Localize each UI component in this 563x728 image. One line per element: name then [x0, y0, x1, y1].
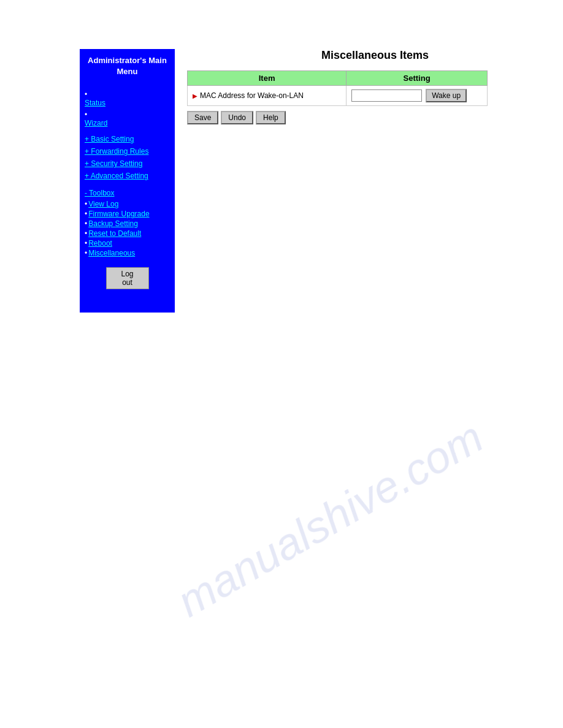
bullet-wizard: • — [85, 110, 87, 119]
sidebar-item-backup-setting[interactable]: Backup Setting — [88, 219, 138, 228]
sidebar-item-wizard[interactable]: Wizard — [85, 119, 170, 127]
bullet-misc: • — [85, 249, 87, 257]
sidebar-title: Administrator's Main Menu — [85, 55, 170, 77]
sidebar-item-security-setting[interactable]: + Security Setting — [85, 159, 170, 168]
help-button[interactable]: Help — [256, 111, 286, 124]
col-item-header: Item — [188, 71, 347, 86]
save-button[interactable]: Save — [187, 111, 218, 124]
sidebar-item-reset-default[interactable]: Reset to Default — [88, 229, 141, 238]
page-title: Miscellaneous Items — [187, 49, 563, 62]
wake-up-button[interactable]: Wake up — [426, 89, 467, 102]
toolbox-label: - Toolbox — [85, 189, 170, 197]
table-row: ▶ MAC Address for Wake-on-LAN Wake up — [188, 86, 488, 106]
sidebar-item-basic-setting[interactable]: + Basic Setting — [85, 135, 170, 143]
row-arrow-icon: ▶ — [193, 93, 197, 99]
sidebar-item-reboot[interactable]: Reboot — [88, 239, 112, 248]
miscellaneous-table: Item Setting ▶ MAC Address for Wake-on-L… — [187, 70, 488, 106]
col-setting-header: Setting — [347, 71, 488, 86]
sidebar-item-advanced-setting[interactable]: + Advanced Setting — [85, 172, 170, 180]
undo-button[interactable]: Undo — [221, 111, 253, 124]
sidebar: Administrator's Main Menu • Status • Wiz… — [80, 49, 175, 313]
sidebar-item-status[interactable]: Status — [85, 99, 170, 107]
main-content: Miscellaneous Items Item Setting ▶ MAC A… — [187, 49, 563, 313]
mac-address-label: MAC Address for Wake-on-LAN — [200, 91, 304, 100]
bullet-status: • — [85, 90, 87, 99]
mac-address-input[interactable] — [351, 89, 422, 102]
watermark: manualshive.com — [169, 411, 491, 626]
bullet-reboot: • — [85, 239, 87, 248]
logout-button[interactable]: Log out — [106, 267, 149, 289]
sidebar-item-forwarding-rules[interactable]: + Forwarding Rules — [85, 147, 170, 156]
bullet-firmware: • — [85, 210, 87, 218]
setting-cell: Wake up — [347, 86, 488, 106]
bullet-viewlog: • — [85, 200, 87, 208]
bullet-reset: • — [85, 229, 87, 238]
sidebar-item-firmware-upgrade[interactable]: Firmware Upgrade — [88, 210, 149, 218]
sidebar-item-miscellaneous[interactable]: Miscellaneous — [88, 249, 135, 257]
action-buttons: Save Undo Help — [187, 111, 563, 124]
bullet-backup: • — [85, 219, 87, 228]
item-cell: ▶ MAC Address for Wake-on-LAN — [188, 86, 347, 106]
sidebar-item-view-log[interactable]: View Log — [88, 200, 118, 208]
